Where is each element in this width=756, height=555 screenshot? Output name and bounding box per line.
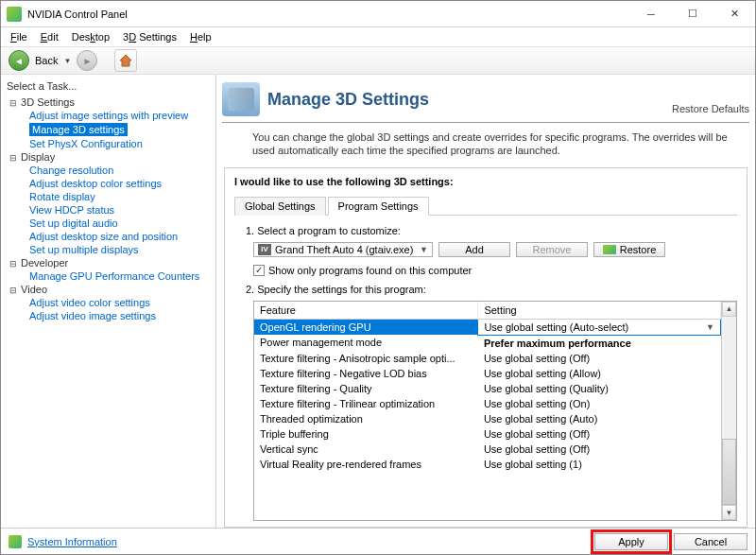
home-icon <box>118 54 133 67</box>
program-combobox-text: Grand Theft Auto 4 (gtaiv.exe) <box>275 244 413 255</box>
settings-row[interactable]: Vertical syncUse global setting (Off) <box>254 442 721 457</box>
show-only-row: ✓ Show only programs found on this compu… <box>234 263 737 282</box>
tree-item[interactable]: View HDCP status <box>3 203 214 217</box>
tree-item[interactable]: Adjust video image settings <box>3 309 214 322</box>
toolbar: ◄ Back ▼ ► <box>1 46 755 75</box>
scroll-track-top[interactable] <box>722 317 736 439</box>
apply-button[interactable]: Apply <box>594 533 668 550</box>
back-dropdown-icon[interactable]: ▼ <box>63 57 71 65</box>
minimize-button[interactable]: ─ <box>630 1 672 27</box>
setting-cell[interactable]: Use global setting (Auto-select)▼ <box>478 319 721 335</box>
tree-item[interactable]: Manage GPU Performance Counters <box>3 269 214 283</box>
setting-cell[interactable]: Use global setting (Off) <box>478 442 721 457</box>
tree-category[interactable]: ⊟ Display <box>3 150 214 164</box>
program-row: IV Grand Theft Auto 4 (gtaiv.exe) ▼ Add … <box>234 240 737 263</box>
program-icon: IV <box>258 244 271 255</box>
setting-cell[interactable]: Prefer maximum performance <box>478 335 721 351</box>
remove-button[interactable]: Remove <box>516 242 588 257</box>
tree-item[interactable]: Adjust desktop color settings <box>3 177 214 190</box>
app-icon <box>7 7 22 22</box>
add-button[interactable]: Add <box>438 242 510 257</box>
title-bar: NVIDIA Control Panel ─ ☐ ✕ <box>1 1 755 27</box>
back-button[interactable]: ◄ <box>9 50 29 71</box>
tree-item[interactable]: Manage 3D settings <box>3 122 214 137</box>
setting-cell[interactable]: Use global setting (On) <box>478 396 721 411</box>
feature-cell: Texture filtering - Negative LOD bias <box>254 366 478 381</box>
settings-grid[interactable]: Feature Setting OpenGL rendering GPUUse … <box>254 302 721 520</box>
menu-3d-settings[interactable]: 3D Settings <box>117 29 182 44</box>
settings-row[interactable]: Texture filtering - Negative LOD biasUse… <box>254 366 721 381</box>
tree-category[interactable]: ⊟ Developer <box>3 256 214 269</box>
feature-cell: Vertical sync <box>254 442 478 457</box>
settings-group-title: I would like to use the following 3D set… <box>234 176 737 197</box>
feature-cell: Texture filtering - Quality <box>254 381 478 396</box>
settings-row[interactable]: OpenGL rendering GPUUse global setting (… <box>254 319 721 335</box>
content-pane: Manage 3D Settings Restore Defaults You … <box>216 75 755 528</box>
tab-strip: Global Settings Program Settings <box>234 197 737 216</box>
feature-cell: Texture filtering - Trilinear optimizati… <box>254 396 478 411</box>
tree-item[interactable]: Set up digital audio <box>3 217 214 230</box>
tree-item[interactable]: Adjust desktop size and position <box>3 230 214 243</box>
tab-global-settings[interactable]: Global Settings <box>234 197 326 216</box>
feature-cell: Threaded optimization <box>254 411 478 426</box>
nvidia-logo-icon <box>603 245 616 254</box>
sidebar: Select a Task... ⊟ 3D SettingsAdjust ima… <box>1 75 216 528</box>
step2-label: 2. Specify the settings for this program… <box>234 282 737 299</box>
tree-item[interactable]: Set PhysX Configuration <box>3 137 214 150</box>
column-feature[interactable]: Feature <box>254 302 478 320</box>
tree-item[interactable]: Change resolution <box>3 164 214 177</box>
program-combobox[interactable]: IV Grand Theft Auto 4 (gtaiv.exe) ▼ <box>253 242 433 257</box>
restore-button-label: Restore <box>620 244 657 255</box>
menu-desktop[interactable]: Desktop <box>66 29 115 44</box>
forward-button[interactable]: ► <box>77 50 97 71</box>
show-only-checkbox[interactable]: ✓ <box>253 265 265 276</box>
footer: System Information Apply Cancel <box>1 528 755 554</box>
restore-button[interactable]: Restore <box>593 242 665 257</box>
collapse-icon: ⊟ <box>9 98 18 108</box>
header-3d-icon <box>222 82 260 116</box>
setting-cell[interactable]: Use global setting (Auto) <box>478 411 721 426</box>
page-description: You can change the global 3D settings an… <box>222 123 749 167</box>
settings-row[interactable]: Texture filtering - Anisotropic sample o… <box>254 351 721 366</box>
menu-help[interactable]: Help <box>184 29 217 44</box>
show-only-label: Show only programs found on this compute… <box>268 265 472 276</box>
task-tree: ⊟ 3D SettingsAdjust image settings with … <box>3 94 214 324</box>
tree-category[interactable]: ⊟ Video <box>3 283 214 296</box>
maximize-button[interactable]: ☐ <box>672 1 713 27</box>
system-information-link[interactable]: System Information <box>27 536 117 547</box>
scroll-thumb[interactable] <box>722 439 736 505</box>
scroll-up-button[interactable]: ▲ <box>722 302 736 317</box>
settings-grid-wrap: Feature Setting OpenGL rendering GPUUse … <box>253 301 737 521</box>
collapse-icon: ⊟ <box>9 259 18 269</box>
column-setting[interactable]: Setting <box>478 302 721 320</box>
setting-cell[interactable]: Use global setting (Quality) <box>478 381 721 396</box>
settings-row[interactable]: Texture filtering - QualityUse global se… <box>254 381 721 396</box>
tree-item[interactable]: Rotate display <box>3 190 214 203</box>
setting-cell[interactable]: Use global setting (Off) <box>478 351 721 366</box>
settings-row[interactable]: Triple bufferingUse global setting (Off) <box>254 426 721 442</box>
home-button[interactable] <box>114 49 137 72</box>
tree-category-label: Display <box>21 151 55 163</box>
cancel-button[interactable]: Cancel <box>674 533 747 550</box>
restore-defaults-link[interactable]: Restore Defaults <box>672 103 749 116</box>
tree-item[interactable]: Set up multiple displays <box>3 243 214 256</box>
setting-cell[interactable]: Use global setting (Allow) <box>478 366 721 381</box>
feature-cell: Triple buffering <box>254 426 478 442</box>
tree-item[interactable]: Adjust image settings with preview <box>3 109 214 122</box>
settings-row[interactable]: Threaded optimizationUse global setting … <box>254 411 721 426</box>
grid-scrollbar[interactable]: ▲ ▼ <box>721 302 736 520</box>
menu-edit[interactable]: Edit <box>35 29 64 44</box>
settings-row[interactable]: Texture filtering - Trilinear optimizati… <box>254 396 721 411</box>
tree-category[interactable]: ⊟ 3D Settings <box>3 95 214 109</box>
settings-row[interactable]: Power management modePrefer maximum perf… <box>254 335 721 351</box>
menu-bar: File Edit Desktop 3D Settings Help <box>1 27 755 46</box>
close-button[interactable]: ✕ <box>713 1 755 27</box>
tree-item[interactable]: Adjust video color settings <box>3 296 214 309</box>
menu-file[interactable]: File <box>5 29 33 44</box>
setting-cell[interactable]: Use global setting (Off) <box>478 426 721 442</box>
setting-cell[interactable]: Use global setting (1) <box>478 457 721 472</box>
settings-row[interactable]: Virtual Reality pre-rendered framesUse g… <box>254 457 721 472</box>
scroll-down-button[interactable]: ▼ <box>722 505 736 520</box>
tree-category-label: Video <box>21 284 47 295</box>
tab-program-settings[interactable]: Program Settings <box>328 197 429 216</box>
